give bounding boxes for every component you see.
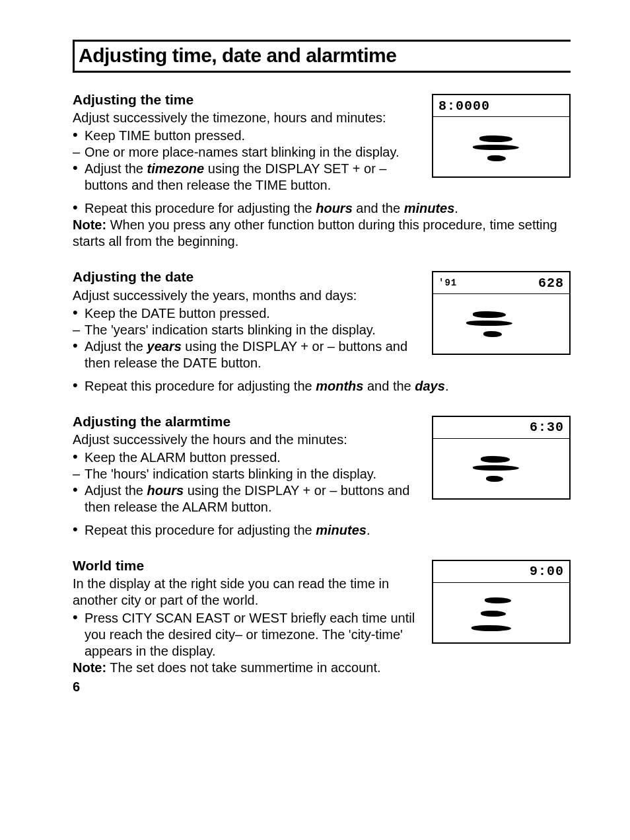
section-alarm-text: Adjusting the alarmtime Adjust successiv… <box>73 413 432 515</box>
note: Note: When you press any other function … <box>73 217 571 250</box>
emph: minutes <box>316 523 367 537</box>
section-time-text: Adjusting the time Adjust successively t… <box>73 91 432 194</box>
lcd-top: '91 628 <box>433 272 569 294</box>
emph: years <box>147 339 182 354</box>
map-blob <box>486 476 503 482</box>
list-item: Press CITY SCAN EAST or WEST briefly eac… <box>73 610 420 660</box>
note-label: Note: <box>73 217 106 232</box>
map-blob <box>473 145 519 150</box>
map-blob <box>472 625 511 631</box>
map-blob <box>485 597 511 603</box>
text: Adjust the <box>85 161 147 176</box>
list-item: Adjust the timezone using the DISPLAY SE… <box>73 161 420 194</box>
map-blob <box>466 321 512 326</box>
section-world-text: World time In the display at the right s… <box>73 557 432 676</box>
title-box: Adjusting time, date and alarmtime <box>73 40 571 73</box>
lcd-right: 00 <box>473 98 490 114</box>
lcd-top: 6:30 <box>433 417 569 439</box>
map-blob <box>481 456 510 463</box>
lcd-top: 9:00 <box>433 561 569 583</box>
text: Repeat this procedure for adjusting the <box>85 379 316 393</box>
section-alarm: Adjusting the alarmtime Adjust successiv… <box>73 413 571 515</box>
list-item: Adjust the hours using the DISPLAY + or … <box>73 482 420 515</box>
list-item: One or more place-names start blinking i… <box>73 144 420 161</box>
emph: months <box>316 379 363 393</box>
map-blob <box>473 311 506 318</box>
page-title: Adjusting time, date and alarmtime <box>79 44 564 67</box>
text: and the <box>363 379 415 393</box>
list-item: Repeat this procedure for adjusting the … <box>73 200 571 217</box>
lcd-display-world: 9:00 <box>432 560 571 644</box>
lcd-map <box>433 583 569 642</box>
lcd-right: 628 <box>538 276 564 291</box>
text: . <box>454 201 458 215</box>
emph: hours <box>147 483 184 498</box>
section-date-text: Adjusting the date Adjust successively t… <box>73 268 432 371</box>
section-world-head: World time <box>73 557 420 574</box>
text: Repeat this procedure for adjusting the <box>85 201 316 215</box>
section-alarm-after: Repeat this procedure for adjusting the … <box>73 522 571 539</box>
note-label: Note: <box>73 660 106 675</box>
section-world-lead: In the display at the right side you can… <box>73 576 420 609</box>
page-number: 6 <box>73 679 80 695</box>
section-time-list: Keep TIME button pressed. One or more pl… <box>73 128 420 194</box>
list-item: The 'years' indication starts blinking i… <box>73 322 420 338</box>
lcd-map <box>433 439 569 498</box>
section-world-list: Press CITY SCAN EAST or WEST briefly eac… <box>73 610 420 660</box>
text: Adjust the <box>85 483 147 498</box>
note-text: The set does not take summertime in acco… <box>106 660 380 675</box>
list-item: Keep the ALARM button pressed. <box>73 449 420 466</box>
map-blob <box>487 155 506 161</box>
map-blob <box>481 611 506 617</box>
section-date-list: Keep the DATE button pressed. The 'years… <box>73 305 420 371</box>
lcd-display-alarm: 6:30 <box>432 416 571 500</box>
text: and the <box>353 201 404 215</box>
section-alarm-head: Adjusting the alarmtime <box>73 413 420 430</box>
text: . <box>445 379 449 393</box>
lcd-right: 6:30 <box>530 420 564 435</box>
section-time-head: Adjusting the time <box>73 91 420 108</box>
note: Note: The set does not take summertime i… <box>73 660 420 676</box>
section-date: Adjusting the date Adjust successively t… <box>73 268 571 371</box>
lcd-map <box>433 117 569 176</box>
emph: timezone <box>147 161 205 176</box>
lcd-display-time: 8:00 00 <box>432 94 571 178</box>
lcd-left: 8:00 <box>438 98 473 114</box>
list-item: The 'hours' indication starts blinking i… <box>73 466 420 482</box>
emph: hours <box>316 201 353 215</box>
manual-page: Adjusting time, date and alarmtime Adjus… <box>0 0 630 721</box>
text: Adjust the <box>85 339 147 354</box>
emph: minutes <box>404 201 455 215</box>
section-world: World time In the display at the right s… <box>73 557 571 676</box>
list-item: Repeat this procedure for adjusting the … <box>73 378 571 395</box>
section-time-lead: Adjust successively the timezone, hours … <box>73 110 420 126</box>
lcd-right: 9:00 <box>530 564 564 579</box>
lcd-top: 8:00 00 <box>433 95 569 117</box>
text: Repeat this procedure for adjusting the <box>85 523 316 537</box>
section-date-after: Repeat this procedure for adjusting the … <box>73 378 571 395</box>
section-alarm-list: Keep the ALARM button pressed. The 'hour… <box>73 449 420 515</box>
section-date-head: Adjusting the date <box>73 268 420 286</box>
lcd-left: '91 <box>438 278 457 288</box>
section-alarm-lead: Adjust successively the hours and the mi… <box>73 432 420 448</box>
map-blob <box>483 331 502 337</box>
lcd-display-date: '91 628 <box>432 271 571 355</box>
list-item: Keep TIME button pressed. <box>73 128 420 144</box>
note-text: When you press any other function button… <box>73 217 557 248</box>
map-blob <box>479 135 512 142</box>
map-blob <box>473 465 519 471</box>
section-time: Adjusting the time Adjust successively t… <box>73 91 571 194</box>
list-item: Repeat this procedure for adjusting the … <box>73 522 571 539</box>
section-time-after: Repeat this procedure for adjusting the … <box>73 200 571 250</box>
section-date-lead: Adjust successively the years, months an… <box>73 287 420 304</box>
list-item: Keep the DATE button pressed. <box>73 305 420 322</box>
text: . <box>367 523 370 537</box>
emph: days <box>415 379 445 393</box>
lcd-map <box>433 294 569 354</box>
list-item: Adjust the years using the DISPLAY + or … <box>73 338 420 371</box>
